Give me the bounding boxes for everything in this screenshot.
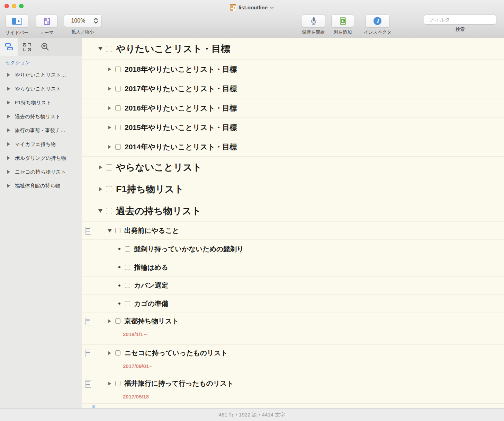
status-checkbox[interactable] (115, 144, 121, 150)
disclosure-triangle-icon[interactable] (107, 319, 112, 323)
status-checkbox[interactable] (125, 265, 130, 270)
disclosure-triangle-icon[interactable] (7, 114, 10, 119)
disclosure-triangle-icon[interactable] (7, 184, 10, 188)
outline-row[interactable]: 髭剃り持っていかないための髭剃り (82, 240, 504, 258)
disclosure-triangle-icon[interactable] (107, 229, 112, 233)
topic-text[interactable]: 京都持ち物リスト (124, 316, 179, 326)
add-column-button[interactable] (331, 15, 354, 27)
disclosure-triangle-icon[interactable] (98, 187, 103, 191)
topic-text[interactable]: 2017年やりたいことリスト・目標 (125, 84, 237, 94)
inspector-button[interactable]: i (366, 15, 390, 27)
status-checkbox[interactable] (106, 208, 112, 214)
topic-text[interactable]: 髭剃り持っていかないための髭剃り (134, 244, 244, 254)
outline-row[interactable]: 福井旅行に持って行ったものリスト2017/05/18 (82, 375, 504, 404)
topic-text[interactable]: 出発前にやること (124, 226, 179, 235)
sidebar-item[interactable]: 福祉体育館の持ち物 (0, 179, 82, 193)
sidebar-item[interactable]: ボルダリングの持ち物 (0, 151, 82, 165)
note-text[interactable]: 2018/1/1～ (82, 331, 504, 338)
window-title-group[interactable]: list.ooutline (230, 2, 274, 11)
outline-row[interactable]: やりたいことリスト・目標 (82, 38, 504, 60)
outline-row[interactable]: 2018年やりたいことリスト・目標 (82, 60, 504, 79)
tab-find[interactable] (36, 38, 54, 56)
topic-text[interactable]: 2016年やりたいことリスト・目標 (125, 103, 237, 113)
disclosure-triangle-icon[interactable] (107, 126, 112, 129)
topic-text[interactable]: やりたいことリスト・目標 (116, 43, 230, 55)
outline-row[interactable]: 京都の持ち物リスト (82, 404, 504, 408)
disclosure-triangle-icon[interactable] (7, 87, 10, 91)
sidebar-item[interactable]: やらないことリスト (0, 82, 82, 96)
note-text[interactable]: 2017/09/01~ (82, 363, 504, 369)
sidebar-item[interactable]: 過去の持ち物リスト (0, 109, 82, 123)
disclosure-triangle-icon[interactable] (7, 100, 10, 105)
zoom-button[interactable] (19, 4, 24, 8)
disclosure-triangle-icon[interactable] (107, 68, 112, 71)
outline-row[interactable]: 2015年やりたいことリスト・目標 (82, 118, 504, 137)
sidebar-item[interactable]: F1持ち物リスト (0, 96, 82, 109)
close-button[interactable] (4, 4, 9, 8)
disclosure-triangle-icon[interactable] (107, 87, 112, 90)
status-checkbox[interactable] (115, 350, 120, 356)
disclosure-triangle-icon[interactable] (107, 145, 112, 149)
topic-text[interactable]: 2015年やりたいことリスト・目標 (125, 123, 237, 132)
sidebar-toggle-button[interactable] (6, 15, 28, 28)
disclosure-triangle-icon[interactable] (7, 73, 10, 77)
filter-input[interactable] (429, 17, 498, 23)
note-icon[interactable] (85, 318, 91, 325)
sidebar-item[interactable]: やりたいことリスト… (0, 68, 82, 82)
status-checkbox[interactable] (115, 86, 121, 91)
note-icon[interactable] (85, 350, 91, 357)
search-field[interactable] (424, 15, 496, 25)
topic-text[interactable]: 2018年やりたいことリスト・目標 (125, 64, 237, 74)
topic-text[interactable]: F1持ち物リスト (116, 183, 184, 195)
zoom-stepper[interactable] (92, 18, 101, 24)
status-checkbox[interactable] (115, 67, 121, 72)
disclosure-triangle-icon[interactable] (107, 106, 112, 110)
topic-text[interactable]: 福井旅行に持って行ったものリスト (124, 379, 234, 388)
topic-text[interactable]: 2014年やりたいことリスト・目標 (125, 142, 237, 152)
topic-text[interactable]: ニセコに持っていったものリスト (124, 348, 228, 358)
status-checkbox[interactable] (115, 318, 120, 324)
outline-row[interactable]: 京都持ち物リスト2018/1/1～ (82, 313, 504, 345)
status-checkbox[interactable] (106, 186, 112, 192)
status-checkbox[interactable] (115, 125, 121, 130)
outline-row[interactable]: 2017年やりたいことリスト・目標 (82, 79, 504, 98)
tab-styles[interactable] (18, 38, 36, 56)
status-checkbox[interactable] (106, 164, 112, 170)
disclosure-triangle-icon[interactable] (98, 209, 103, 213)
disclosure-triangle-icon[interactable] (98, 47, 103, 51)
topic-text[interactable]: やらないことリスト (116, 161, 202, 174)
sidebar-item[interactable]: マイカフェ持ち物 (0, 137, 82, 151)
outline-row[interactable]: 出発前にやること (82, 222, 504, 240)
outline-row[interactable]: 2016年やりたいことリスト・目標 (82, 98, 504, 118)
status-checkbox[interactable] (115, 381, 120, 386)
zoom-control[interactable]: 100% (64, 15, 102, 27)
note-icon[interactable] (85, 380, 91, 388)
outline-row[interactable]: 2014年やりたいことリスト・目標 (82, 137, 504, 157)
disclosure-triangle-icon[interactable] (7, 142, 10, 146)
status-checkbox[interactable] (125, 301, 130, 306)
note-icon[interactable] (85, 227, 91, 235)
status-checkbox[interactable] (106, 46, 112, 52)
outline-row[interactable]: やらないことリスト (82, 157, 504, 178)
topic-text[interactable]: カゴの準備 (134, 299, 168, 308)
topic-text[interactable]: 過去の持ち物リスト (116, 205, 201, 217)
status-checkbox[interactable] (115, 228, 120, 233)
status-checkbox[interactable] (125, 283, 130, 288)
outline-row[interactable]: F1持ち物リスト (82, 178, 504, 200)
topic-text[interactable]: カバン選定 (134, 281, 168, 290)
note-text[interactable]: 2017/05/18 (82, 394, 504, 400)
topic-text[interactable]: 指輪はめる (134, 263, 168, 272)
outline-row[interactable]: カバン選定 (82, 277, 504, 295)
disclosure-triangle-icon[interactable] (7, 156, 10, 160)
disclosure-triangle-icon[interactable] (7, 170, 10, 174)
minimize-button[interactable] (12, 4, 16, 8)
disclosure-triangle-icon[interactable] (98, 165, 103, 169)
outline-row[interactable]: ニセコに持っていったものリスト2017/09/01~ (82, 345, 504, 375)
status-checkbox[interactable] (115, 105, 121, 111)
record-button[interactable] (302, 15, 325, 27)
disclosure-triangle-icon[interactable] (107, 351, 112, 355)
disclosure-triangle-icon[interactable] (7, 128, 10, 132)
sidebar-item[interactable]: ニセコの持ち物リスト (0, 165, 82, 179)
outline-row[interactable]: 過去の持ち物リスト (82, 200, 504, 222)
status-checkbox[interactable] (125, 246, 130, 252)
